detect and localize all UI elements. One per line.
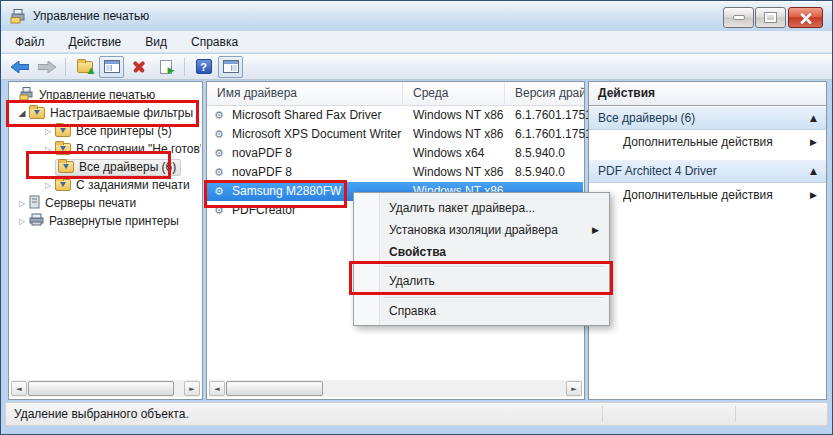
menu-item-label: Удалить пакет драйвера...	[389, 201, 535, 215]
statusbar: Удаление выбранного объекта.	[5, 402, 828, 426]
driver-version: 6.1.7601.17514	[515, 106, 598, 125]
driver-version: 8.5.940.0	[515, 163, 565, 182]
actions-item-label: Дополнительные действия	[623, 188, 773, 202]
maximize-icon	[765, 13, 776, 22]
submenu-arrow-icon: ▶	[592, 225, 599, 235]
scrollbar-thumb[interactable]	[28, 381, 174, 396]
tree-item-deployed-printers[interactable]: ▷ Развернутые принтеры	[9, 212, 201, 230]
menu-separator	[384, 297, 603, 298]
menu-item-label: Установка изоляции драйвера	[389, 223, 558, 237]
window-title: Управление печатью	[33, 9, 149, 23]
back-arrow-icon	[11, 61, 29, 73]
context-menu-gutter	[354, 193, 380, 325]
list-horizontal-scrollbar[interactable]: ◄ ►	[209, 380, 582, 397]
chevron-collapsed-icon[interactable]: ▷	[15, 217, 29, 226]
menu-view[interactable]: Вид	[135, 32, 177, 52]
list-header: Имя драйвера Среда Версия драйвера	[207, 82, 584, 106]
expand-right-icon[interactable]: ▶	[810, 190, 817, 200]
help-button[interactable]: ?	[191, 56, 216, 78]
menu-help[interactable]: Справка	[181, 32, 248, 52]
menu-action[interactable]: Действие	[59, 32, 132, 52]
column-driver-name[interactable]: Имя драйвера	[207, 82, 403, 105]
console-tree-icon	[104, 60, 120, 73]
context-menu: Удалить пакет драйвера... Установка изол…	[353, 192, 610, 326]
printer-icon	[29, 213, 44, 229]
tree-item-label: Серверы печати	[45, 196, 136, 210]
menu-item-properties[interactable]: Свойства	[382, 241, 605, 263]
tree-item-print-servers[interactable]: ▷ Серверы печати	[9, 194, 201, 212]
menu-item-help[interactable]: Справка	[382, 300, 605, 322]
export-list-button[interactable]: ▶	[153, 56, 178, 78]
status-text: Удаление выбранного объекта.	[14, 407, 189, 421]
column-environment[interactable]: Среда	[403, 82, 505, 105]
export-list-icon: ▶	[160, 60, 172, 74]
collapse-up-icon[interactable]: ▲	[810, 113, 817, 123]
forward-arrow-icon	[38, 61, 56, 73]
filter-folder-icon	[55, 179, 71, 191]
annotation-box-samsung-driver	[204, 180, 347, 208]
help-icon: ?	[196, 59, 212, 74]
scroll-right-icon[interactable]: ►	[566, 381, 582, 396]
forward-button[interactable]	[34, 56, 59, 78]
actions-item-more-actions[interactable]: Дополнительные действия ▶	[589, 131, 826, 153]
show-hide-console-tree-button[interactable]	[99, 56, 124, 78]
titlebar[interactable]: Управление печатью	[1, 1, 832, 31]
driver-name: novaPDF 8	[232, 144, 292, 163]
close-button[interactable]	[788, 7, 823, 28]
toolbar: ▲ ▶ ?	[1, 54, 832, 80]
tree-item-label: С заданиями печати	[76, 178, 190, 192]
actions-panel-title: Действия	[589, 82, 826, 106]
scroll-right-icon[interactable]: ►	[184, 381, 200, 396]
chevron-collapsed-icon[interactable]: ▷	[15, 199, 29, 208]
tree-item-label: Развернутые принтеры	[49, 214, 179, 228]
driver-name: Microsoft Shared Fax Driver	[232, 106, 381, 125]
driver-row[interactable]: ⚙ Microsoft Shared Fax Driver Windows NT…	[207, 106, 583, 125]
minimize-button[interactable]	[723, 7, 754, 28]
actions-section-label: Все драйверы (6)	[598, 111, 695, 125]
up-one-level-button[interactable]: ▲	[72, 56, 97, 78]
menubar: Файл Действие Вид Справка	[1, 31, 832, 53]
minimize-icon	[733, 15, 745, 20]
menu-item-label: Справка	[389, 304, 436, 318]
driver-environment: Windows NT x86	[413, 163, 503, 182]
driver-row[interactable]: ⚙ Microsoft XPS Document Writer Windows …	[207, 125, 583, 144]
driver-icon: ⚙	[214, 106, 224, 125]
scrollbar-thumb[interactable]	[226, 381, 323, 396]
chevron-collapsed-icon[interactable]: ▷	[41, 127, 55, 136]
actions-section-pdf-architect[interactable]: PDF Architect 4 Driver ▲	[589, 159, 826, 183]
driver-icon: ⚙	[214, 144, 224, 163]
actions-panel: Действия Все драйверы (6) ▲ Дополнительн…	[588, 81, 827, 400]
scroll-left-icon[interactable]: ◄	[209, 381, 225, 396]
actions-section-label: PDF Architect 4 Driver	[598, 164, 717, 178]
column-version[interactable]: Версия драйвера	[505, 82, 584, 105]
actions-item-label: Дополнительные действия	[623, 135, 773, 149]
print-management-window: Управление печатью Файл Действие Вид Спр…	[0, 0, 833, 435]
annotation-box-delete	[349, 261, 613, 295]
driver-row[interactable]: ⚙ novaPDF 8 Windows x64 8.5.940.0	[207, 144, 583, 163]
menu-item-set-driver-isolation[interactable]: Установка изоляции драйвера ▶	[382, 219, 605, 241]
actions-item-more-actions[interactable]: Дополнительные действия ▶	[589, 184, 826, 206]
back-button[interactable]	[7, 56, 32, 78]
actions-section-all-drivers[interactable]: Все драйверы (6) ▲	[589, 106, 826, 130]
statusbar-divider	[735, 406, 736, 422]
action-pane-icon	[223, 60, 239, 73]
annotation-box-all-drivers	[26, 151, 171, 179]
print-management-icon	[10, 8, 26, 24]
driver-environment: Windows NT x86	[413, 125, 503, 144]
driver-version: 8.5.940.0	[515, 144, 565, 163]
show-hide-action-pane-button[interactable]	[218, 56, 243, 78]
collapse-up-icon[interactable]: ▲	[810, 166, 817, 176]
chevron-collapsed-icon[interactable]: ▷	[41, 181, 55, 190]
expand-right-icon[interactable]: ▶	[810, 137, 817, 147]
toolbar-separator	[65, 58, 66, 76]
driver-environment: Windows NT x86	[413, 106, 503, 125]
driver-icon: ⚙	[214, 125, 224, 144]
maximize-button[interactable]	[755, 7, 786, 28]
toolbar-separator	[184, 58, 185, 76]
scroll-left-icon[interactable]: ◄	[11, 381, 27, 396]
tree-horizontal-scrollbar[interactable]: ◄ ►	[11, 380, 200, 397]
driver-version: 6.1.7601.17514	[515, 125, 598, 144]
delete-button[interactable]	[126, 56, 151, 78]
menu-item-remove-driver-package[interactable]: Удалить пакет драйвера...	[382, 197, 605, 219]
menu-file[interactable]: Файл	[5, 32, 55, 52]
